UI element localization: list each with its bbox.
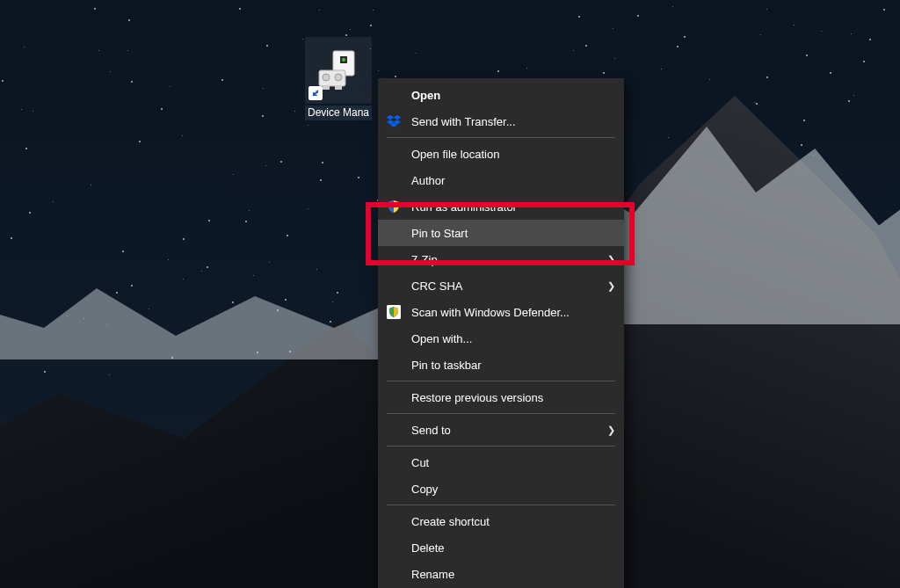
context-menu-item-pin-to-start[interactable]: Pin to Start: [378, 220, 624, 246]
context-menu-item-label: Rename: [411, 568, 454, 581]
dropbox-icon: [387, 114, 401, 128]
context-menu-separator: [387, 446, 615, 446]
context-menu-item-label: Open: [411, 89, 440, 102]
context-menu-item-label: Create shortcut: [411, 515, 490, 528]
context-menu-item-open-file-location[interactable]: Open file location: [378, 141, 624, 167]
context-menu-item-label: Author: [411, 174, 445, 187]
context-menu-separator: [387, 381, 615, 381]
context-menu-item-label: Pin to Start: [411, 227, 468, 240]
context-menu-item-crc-sha[interactable]: CRC SHA❯: [378, 272, 624, 299]
context-menu-item-run-as-administrator[interactable]: Run as administrator: [378, 193, 624, 220]
context-menu-item-pin-to-taskbar[interactable]: Pin to taskbar: [378, 352, 624, 378]
context-menu-item-open-with[interactable]: Open with...: [378, 325, 624, 352]
defender-icon: [387, 305, 401, 319]
chevron-right-icon: ❯: [607, 425, 615, 436]
svg-rect-5: [335, 86, 342, 90]
context-menu-item-label: Pin to taskbar: [411, 359, 482, 372]
context-menu-item-7-zip[interactable]: 7-Zip❯: [378, 246, 624, 272]
context-menu-item-label: CRC SHA: [411, 279, 463, 293]
context-menu-item-restore-previous-versions[interactable]: Restore previous versions: [378, 384, 624, 410]
svg-point-6: [323, 74, 330, 81]
context-menu-item-label: Copy: [411, 483, 438, 496]
chevron-right-icon: ❯: [607, 280, 615, 292]
device-manager-icon: [305, 37, 372, 104]
context-menu-separator: [387, 505, 615, 505]
context-menu-item-label: Open with...: [411, 332, 472, 345]
svg-point-7: [335, 74, 342, 81]
context-menu-separator: [387, 413, 615, 414]
context-menu-item-cut[interactable]: Cut: [378, 449, 624, 475]
context-menu-item-label: Run as administrator: [411, 200, 517, 214]
desktop-icon-label: Device Mana: [305, 105, 372, 120]
context-menu-item-label: Send to: [411, 424, 451, 437]
svg-point-2: [342, 58, 345, 62]
context-menu-item-author[interactable]: Author: [378, 167, 624, 193]
context-menu-item-label: Cut: [411, 456, 429, 469]
context-menu-item-label: Send with Transfer...: [411, 115, 516, 128]
context-menu-item-delete[interactable]: Delete: [378, 534, 624, 561]
context-menu-item-send-to[interactable]: Send to❯: [378, 417, 624, 443]
device-manager-shortcut[interactable]: Device Mana: [301, 37, 376, 123]
context-menu: OpenSend with Transfer...Open file locat…: [378, 78, 624, 588]
context-menu-item-label: Delete: [411, 541, 445, 555]
context-menu-item-label: Scan with Windows Defender...: [411, 306, 570, 319]
context-menu-item-create-shortcut[interactable]: Create shortcut: [378, 508, 624, 534]
context-menu-item-rename[interactable]: Rename: [378, 561, 624, 587]
context-menu-item-open[interactable]: Open: [378, 82, 624, 108]
context-menu-item-label: Restore previous versions: [411, 391, 543, 404]
context-menu-item-scan-with-windows-defender[interactable]: Scan with Windows Defender...: [378, 299, 624, 325]
context-menu-item-copy[interactable]: Copy: [378, 475, 624, 502]
context-menu-item-label: Open file location: [411, 148, 499, 161]
context-menu-item-label: 7-Zip: [411, 253, 438, 266]
chevron-right-icon: ❯: [607, 254, 615, 265]
shield-icon: [387, 200, 401, 214]
context-menu-separator: [387, 137, 615, 138]
shortcut-overlay-icon: [308, 86, 323, 100]
svg-rect-4: [323, 86, 330, 90]
context-menu-item-send-with-transfer[interactable]: Send with Transfer...: [378, 108, 624, 134]
